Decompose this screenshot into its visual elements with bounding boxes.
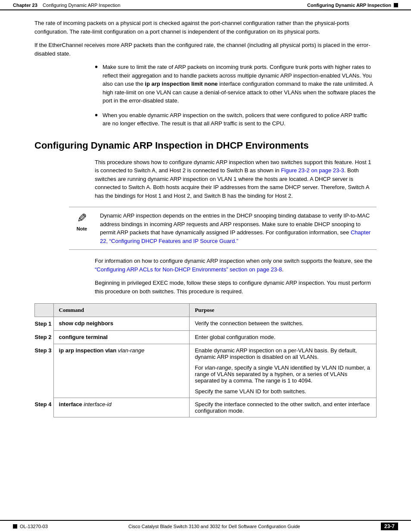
step3-label: Step 3 xyxy=(35,344,54,398)
step1-label: Step 1 xyxy=(35,317,54,331)
footer-square-icon xyxy=(13,524,17,529)
for-info-para: For information on how to configure dyna… xyxy=(95,257,377,274)
footer-page-number: 23-7 xyxy=(381,523,398,530)
bullet-text-2: When you enable dynamic ARP inspection o… xyxy=(103,111,377,128)
section-heading: Configuring Dynamic ARP Inspection in DH… xyxy=(34,140,377,151)
bullet-item-1: • Make sure to limit the rate of ARP pac… xyxy=(95,63,377,105)
begin-para: Beginning in privileged EXEC mode, follo… xyxy=(95,279,377,296)
step4-purpose: Specify the interface connected to the o… xyxy=(190,398,377,417)
step3-command: ip arp inspection vlan vlan-range xyxy=(53,344,190,398)
table-row: Step 3 ip arp inspection vlan vlan-range… xyxy=(35,344,377,398)
note-content: Dynamic ARP inspection depends on the en… xyxy=(100,212,377,245)
header-empty xyxy=(35,304,54,317)
note-label: Note xyxy=(77,226,87,231)
step1-command: show cdp neighbors xyxy=(53,317,190,331)
page-footer: OL-13270-03 Cisco Catalyst Blade Switch … xyxy=(0,520,411,532)
page: Chapter 23 Configuring Dynamic ARP Inspe… xyxy=(0,0,411,532)
table-row: Step 1 show cdp neighbors Verify the con… xyxy=(35,317,377,331)
step4-command: interface interface-id xyxy=(53,398,190,417)
table-header-row: Command Purpose xyxy=(35,304,377,317)
header-left: Chapter 23 Configuring Dynamic ARP Inspe… xyxy=(13,3,120,8)
table-row: Step 2 configure terminal Enter global c… xyxy=(35,330,377,344)
page-header: Chapter 23 Configuring Dynamic ARP Inspe… xyxy=(0,0,411,10)
para-rate-incoming: The rate of incoming packets on a physic… xyxy=(34,19,377,36)
note-pencil-icon: ✎ xyxy=(77,212,87,224)
footer-doc-number: OL-13270-03 xyxy=(20,524,48,529)
header-square-icon xyxy=(394,3,398,7)
main-content: The rate of incoming packets on a physic… xyxy=(0,10,411,452)
intro-paragraph: This procedure shows how to configure dy… xyxy=(95,158,377,200)
note-icon-area: ✎ Note xyxy=(69,212,95,231)
bullet-list: • Make sure to limit the rate of ARP pac… xyxy=(95,63,377,128)
figure-link[interactable]: Figure 23-2 on page 23-3 xyxy=(281,167,344,174)
footer-left: OL-13270-03 xyxy=(13,524,48,529)
step3-purpose: Enable dynamic ARP inspection on a per-V… xyxy=(190,344,377,398)
header-right: Configuring Dynamic ARP Inspection xyxy=(307,3,398,8)
bullet-dot-2: • xyxy=(95,110,103,120)
step2-label: Step 2 xyxy=(35,330,54,344)
arp-acl-link[interactable]: “Configuring ARP ACLs for Non-DHCP Envir… xyxy=(95,266,282,273)
step2-command: configure terminal xyxy=(53,330,190,344)
chapter-number: Chapter 23 xyxy=(13,3,37,8)
steps-table: Command Purpose Step 1 show cdp neighbor… xyxy=(34,303,377,417)
table-row: Step 4 interface interface-id Specify th… xyxy=(35,398,377,417)
step4-label: Step 4 xyxy=(35,398,54,417)
col-command-header: Command xyxy=(53,304,190,317)
step2-purpose: Enter global configuration mode. xyxy=(190,330,377,344)
bullet-item-2: • When you enable dynamic ARP inspection… xyxy=(95,111,377,128)
note-box: ✎ Note Dynamic ARP inspection depends on… xyxy=(69,207,377,250)
header-chapter-title: Configuring Dynamic ARP Inspection xyxy=(43,3,120,8)
para-etherchannel: If the EtherChannel receives more ARP pa… xyxy=(34,41,377,58)
header-right-title: Configuring Dynamic ARP Inspection xyxy=(307,3,391,8)
bullet-text-1: Make sure to limit the rate of ARP packe… xyxy=(103,63,377,105)
col-purpose-header: Purpose xyxy=(190,304,377,317)
step1-purpose: Verify the connection between the switch… xyxy=(190,317,377,331)
footer-guide-title: Cisco Catalyst Blade Switch 3130 and 303… xyxy=(128,524,300,529)
bullet-dot-1: • xyxy=(95,62,103,72)
